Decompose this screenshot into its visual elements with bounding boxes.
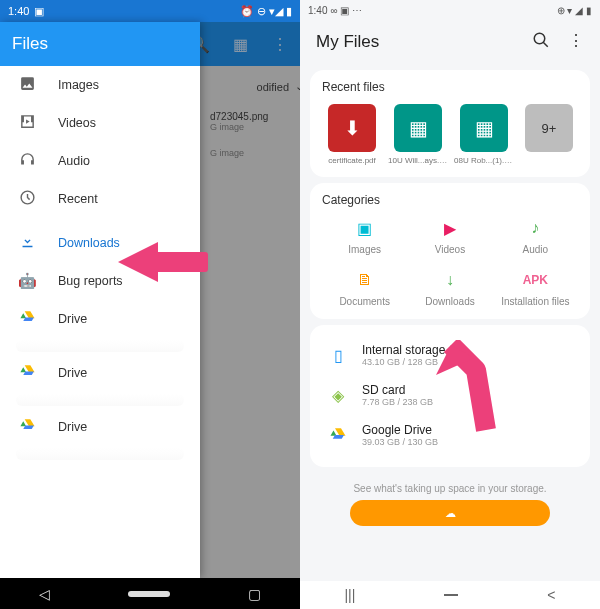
images-icon: ▣ <box>354 217 376 239</box>
videos-icon: ▶ <box>439 217 461 239</box>
phone-android-files: 1:40▣ ⏰ ⊖ ▾◢ ▮ Files 🔍 ▦ ⋮ odified⌄ d723… <box>0 0 300 609</box>
apk-icon: APK <box>524 269 546 291</box>
video-icon <box>18 113 36 133</box>
category-downloads[interactable]: ↓Downloads <box>407 269 492 307</box>
downloads-icon: ↓ <box>439 269 461 291</box>
recent-files-header: Recent files <box>322 80 578 94</box>
category-apk[interactable]: APKInstallation files <box>493 269 578 307</box>
drawer-item-drive[interactable]: Drive <box>0 300 200 338</box>
phone-samsung-myfiles: 1:40∞ ▣ ⋯ ⊕ ▾ ◢ ▮ My Files ⋮ Recent file… <box>300 0 600 609</box>
nav-back-icon[interactable]: ◁ <box>39 586 50 602</box>
drawer-item-downloads[interactable]: Downloads <box>0 224 200 262</box>
recent-icon <box>18 189 36 209</box>
storage-internal[interactable]: ▯ Internal storage43.10 GB / 128 GB <box>322 335 578 375</box>
nav-back-icon[interactable]: < <box>547 587 555 603</box>
status-icon-photo: ▣ <box>34 5 44 18</box>
audio-icon <box>18 151 36 171</box>
drawer-item-drive[interactable]: Drive <box>0 408 200 446</box>
storage-card: ▯ Internal storage43.10 GB / 128 GB ◈ SD… <box>310 325 590 467</box>
drawer-item-recent[interactable]: Recent <box>0 180 200 218</box>
search-icon[interactable] <box>532 31 550 53</box>
storage-sd[interactable]: ◈ SD card7.78 GB / 238 GB <box>322 375 578 415</box>
status-time: 1:40 <box>8 5 29 17</box>
drawer-item-label: Recent <box>58 192 98 206</box>
recent-file-more[interactable]: 9+ <box>520 104 578 165</box>
nav-recent-icon[interactable]: ▢ <box>248 586 261 602</box>
audio-icon: ♪ <box>524 217 546 239</box>
page-title: My Files <box>316 32 379 52</box>
nav-home-icon[interactable] <box>444 594 458 596</box>
drawer-item-bugreports[interactable]: 🤖 Bug reports <box>0 262 200 300</box>
more-count: 9+ <box>525 104 573 152</box>
calendar-icon: ▦ <box>460 104 508 152</box>
download-icon <box>18 233 36 253</box>
drawer-item-audio[interactable]: Audio <box>0 142 200 180</box>
drawer-item-label: Drive <box>58 312 87 326</box>
status-icons: ⏰ ⊖ ▾◢ ▮ <box>240 5 292 18</box>
category-videos[interactable]: ▶Videos <box>407 217 492 255</box>
drive-icon <box>18 309 36 329</box>
image-icon <box>18 75 36 95</box>
documents-icon: 🗎 <box>354 269 376 291</box>
status-bar: 1:40▣ ⏰ ⊖ ▾◢ ▮ <box>0 0 300 22</box>
recent-file[interactable]: ▦ 10U Will...ays.ics <box>388 104 448 165</box>
drawer-item-label: Videos <box>58 116 96 130</box>
overflow-icon[interactable]: ⋮ <box>568 31 584 53</box>
drawer-item-label: Images <box>58 78 99 92</box>
nav-home-icon[interactable] <box>128 591 170 597</box>
drawer-title: Files <box>0 22 200 66</box>
calendar-icon: ▦ <box>394 104 442 152</box>
drawer-item-label: Drive <box>58 366 87 380</box>
category-documents[interactable]: 🗎Documents <box>322 269 407 307</box>
storage-footer-text: See what's taking up space in your stora… <box>300 473 600 500</box>
system-nav-bar: ◁ ▢ <box>0 578 300 609</box>
android-icon: 🤖 <box>18 272 36 290</box>
recent-file[interactable]: ▦ 08U Rob...(1).ics <box>454 104 514 165</box>
status-bar: 1:40∞ ▣ ⋯ ⊕ ▾ ◢ ▮ <box>300 0 600 20</box>
drawer-item-label: Drive <box>58 420 87 434</box>
phone-icon: ▯ <box>326 343 350 367</box>
recent-files-card: Recent files ⬇ certificate.pdf ▦ 10U Wil… <box>310 70 590 177</box>
scrim[interactable] <box>200 22 300 578</box>
drawer-item-label: Downloads <box>58 236 120 250</box>
drawer-item-label: Audio <box>58 154 90 168</box>
categories-header: Categories <box>322 193 578 207</box>
status-time: 1:40 <box>308 5 327 16</box>
category-audio[interactable]: ♪Audio <box>493 217 578 255</box>
system-nav-bar: ||| < <box>300 581 600 609</box>
app-header: My Files ⋮ <box>300 20 600 64</box>
svg-point-1 <box>534 33 545 44</box>
analyze-storage-button[interactable]: ☁ <box>350 500 550 526</box>
drawer-item-images[interactable]: Images <box>0 66 200 104</box>
drawer-item-videos[interactable]: Videos <box>0 104 200 142</box>
drawer-item-drive[interactable]: Drive <box>0 354 200 392</box>
recent-file[interactable]: ⬇ certificate.pdf <box>322 104 382 165</box>
categories-card: Categories ▣Images ▶Videos ♪Audio 🗎Docum… <box>310 183 590 319</box>
pdf-icon: ⬇ <box>328 104 376 152</box>
drawer-item-label: Bug reports <box>58 274 123 288</box>
nav-recent-icon[interactable]: ||| <box>344 587 355 603</box>
storage-gdrive[interactable]: Google Drive39.03 GB / 130 GB <box>322 415 578 455</box>
drive-icon <box>18 363 36 383</box>
cloud-icon: ☁ <box>445 507 456 520</box>
navigation-drawer: Files Images Videos Audio Recent Downloa… <box>0 22 200 578</box>
drive-icon <box>18 417 36 437</box>
drive-icon <box>326 423 350 447</box>
sd-card-icon: ◈ <box>326 383 350 407</box>
category-images[interactable]: ▣Images <box>322 217 407 255</box>
